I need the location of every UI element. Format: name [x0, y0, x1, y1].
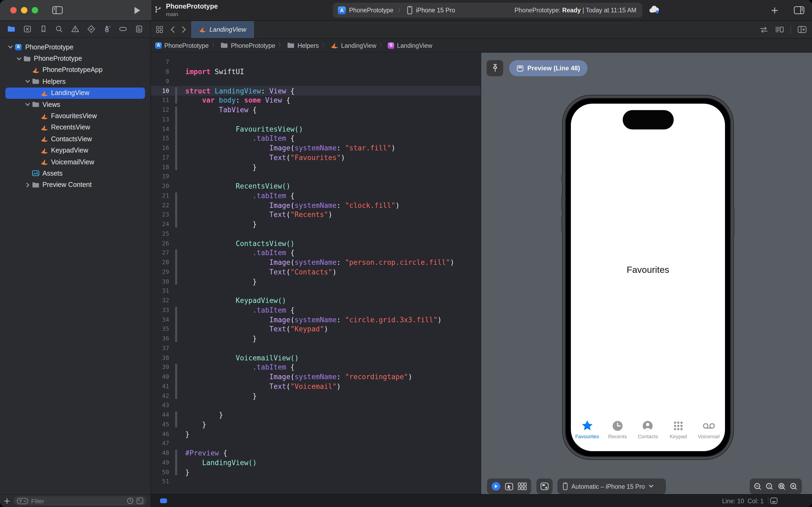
fold-bar[interactable] — [175, 106, 177, 171]
code-line-41[interactable]: 41 Text("Voicemail") — [151, 382, 481, 391]
breakpoints-toggle[interactable] — [160, 498, 167, 503]
run-button[interactable] — [134, 6, 141, 14]
variants-grid-button[interactable] — [518, 482, 527, 490]
debug-navigator-icon[interactable] — [101, 22, 114, 36]
source-control-navigator-icon[interactable] — [21, 22, 34, 36]
split-editor-icon[interactable] — [798, 26, 807, 33]
code-line-19[interactable]: 19 — [151, 172, 481, 181]
preview-tab-chip[interactable]: Preview (Line 48) — [509, 60, 587, 76]
code-line-40[interactable]: 40 Image(systemName: "recordingtape") — [151, 372, 481, 382]
zoom-out-button[interactable] — [753, 482, 762, 491]
sidebar-item-contactsview[interactable]: ContactsView — [5, 133, 145, 145]
code-line-30[interactable]: 30 } — [151, 277, 481, 287]
code-line-21[interactable]: 21 .tabItem { — [151, 191, 481, 201]
sidebar-item-voicemailview[interactable]: VoicemailView — [5, 156, 145, 168]
pin-preview-button[interactable] — [486, 60, 503, 76]
code-line-28[interactable]: 28 Image(systemName: "person.crop.circle… — [151, 258, 481, 268]
disclosure-right-icon[interactable] — [23, 182, 31, 188]
code-line-49[interactable]: 49 LandingView() — [151, 458, 481, 467]
breadcrumb-item-landingview[interactable]: LandingView — [330, 41, 376, 49]
code-line-46[interactable]: 46} — [151, 430, 481, 439]
run-destination[interactable]: iPhone 15 Pro — [416, 7, 455, 13]
source-control-filter-icon[interactable] — [136, 497, 143, 504]
sidebar-item-assets[interactable]: Assets — [5, 168, 145, 179]
device-settings-button[interactable] — [540, 482, 549, 490]
zoom-window-button[interactable] — [32, 7, 38, 13]
swap-editors-icon[interactable] — [759, 26, 768, 33]
code-line-22[interactable]: 22 Image(systemName: "clock.fill") — [151, 201, 481, 210]
close-window-button[interactable] — [10, 7, 17, 13]
editor-layout-icon[interactable] — [775, 26, 784, 33]
breadcrumb-item-phoneprototype[interactable]: PhonePrototype — [220, 41, 275, 49]
code-line-45[interactable]: 45 } — [151, 420, 481, 430]
code-line-44[interactable]: 44 } — [151, 410, 481, 420]
ios-tab-recents[interactable]: Recents — [602, 418, 633, 439]
preview-device-selector[interactable]: Automatic – iPhone 15 Pro — [558, 478, 666, 494]
sidebar-item-keypadview[interactable]: KeypadView — [5, 145, 145, 156]
zoom-fit-button[interactable] — [777, 482, 786, 491]
code-line-33[interactable]: 33 .tabItem { — [151, 305, 481, 315]
ios-tab-contacts[interactable]: Contacts — [633, 418, 663, 439]
code-line-50[interactable]: 50} — [151, 467, 481, 477]
sidebar-item-phoneprototype[interactable]: APhonePrototype — [5, 41, 145, 53]
sidebar-item-helpers[interactable]: Helpers — [5, 76, 145, 87]
sidebar-item-phoneprototype[interactable]: PhonePrototype — [5, 53, 145, 64]
code-line-12[interactable]: 12 TabView { — [151, 105, 481, 115]
add-editor-plus-icon[interactable] — [771, 6, 779, 14]
activity-status[interactable]: PhonePrototype: Ready | Today at 11:15 A… — [515, 7, 642, 13]
code-line-15[interactable]: 15 .tabItem { — [151, 134, 481, 144]
issues-navigator-icon[interactable] — [69, 22, 81, 36]
disclosure-down-icon[interactable] — [23, 102, 31, 107]
tests-navigator-icon[interactable] — [85, 22, 98, 36]
scheme-selector[interactable]: A PhonePrototype 〉 iPhone 15 Pro — [333, 6, 455, 14]
fold-bar[interactable] — [175, 249, 177, 285]
sidebar-item-views[interactable]: Views — [5, 99, 145, 110]
code-line-14[interactable]: 14 FavouritesView() — [151, 124, 481, 134]
code-line-17[interactable]: 17 Text("Favourites") — [151, 153, 481, 163]
fold-bar[interactable] — [175, 450, 177, 475]
sidebar-item-favouritesview[interactable]: FavouritesView — [5, 110, 145, 122]
code-line-43[interactable]: 43 — [151, 401, 481, 410]
code-line-39[interactable]: 39 .tabItem { — [151, 362, 481, 372]
go-back-icon[interactable] — [170, 26, 175, 33]
code-line-23[interactable]: 23 Text("Recents") — [151, 210, 481, 220]
toggle-navigator-icon[interactable] — [52, 6, 63, 14]
selectable-preview-button[interactable] — [505, 482, 513, 491]
code-line-20[interactable]: 20 RecentsView() — [151, 181, 481, 191]
code-line-35[interactable]: 35 Text("Keypad") — [151, 324, 481, 334]
code-line-51[interactable]: 51 — [151, 477, 481, 487]
fold-bar[interactable] — [175, 306, 177, 342]
zoom-in-button[interactable] — [790, 482, 798, 491]
reports-navigator-icon[interactable] — [133, 22, 146, 36]
zoom-100-button[interactable]: 1 — [765, 482, 774, 491]
code-line-38[interactable]: 38 VoicemailView() — [151, 353, 481, 363]
code-line-37[interactable]: 37 — [151, 343, 481, 353]
ios-tab-voicemail[interactable]: Voicemail — [694, 418, 724, 439]
code-line-48[interactable]: 48#Preview { — [151, 448, 481, 458]
code-line-7[interactable]: 7 — [151, 57, 481, 67]
code-line-42[interactable]: 42 } — [151, 391, 481, 401]
editor-tab-landingview[interactable]: LandingView — [191, 21, 254, 38]
disclosure-down-icon[interactable] — [6, 44, 14, 50]
bookmarks-navigator-icon[interactable] — [37, 22, 50, 36]
disclosure-down-icon[interactable] — [23, 79, 31, 84]
breadcrumb-item-landingview[interactable]: SLandingView — [388, 42, 432, 49]
sidebar-item-recentsview[interactable]: RecentsView — [5, 122, 145, 133]
ios-tab-keypad[interactable]: Keypad — [663, 418, 694, 439]
fold-bar[interactable] — [175, 87, 177, 104]
fold-bar[interactable] — [175, 411, 177, 428]
add-file-plus-icon[interactable] — [4, 498, 10, 504]
breadcrumb-item-helpers[interactable]: Helpers — [287, 41, 319, 49]
code-line-24[interactable]: 24 } — [151, 220, 481, 229]
code-line-16[interactable]: 16 Image(systemName: "star.fill") — [151, 144, 481, 153]
code-line-32[interactable]: 32 KeypadView() — [151, 296, 481, 305]
code-line-18[interactable]: 18 } — [151, 163, 481, 172]
code-line-34[interactable]: 34 Image(systemName: "circle.grid.3x3.fi… — [151, 315, 481, 325]
code-line-27[interactable]: 27 .tabItem { — [151, 248, 481, 258]
sidebar-item-landingview[interactable]: LandingView — [5, 87, 145, 99]
code-line-13[interactable]: 13 — [151, 115, 481, 124]
sidebar-item-preview-content[interactable]: Preview Content — [5, 179, 145, 191]
code-line-29[interactable]: 29 Text("Contacts") — [151, 267, 481, 277]
code-line-47[interactable]: 47 — [151, 439, 481, 448]
project-navigator-icon[interactable] — [5, 22, 18, 36]
